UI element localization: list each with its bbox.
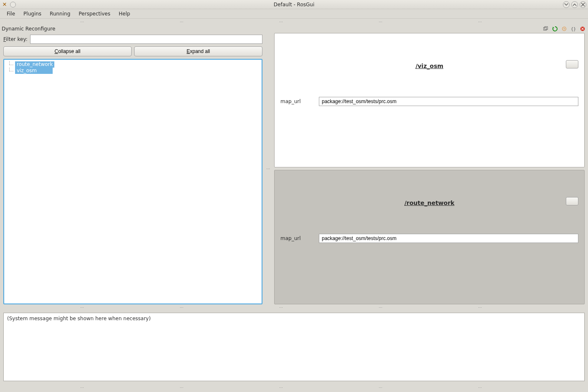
panel-collapse-button[interactable] <box>566 197 578 205</box>
panel-title: /route_network <box>405 200 455 206</box>
app-icon <box>10 2 16 8</box>
window-titlebar: ✕ Default - RosGui <box>0 0 588 9</box>
splitter-middle[interactable]: … … … … … <box>0 304 588 310</box>
param-row: map_url <box>280 97 578 106</box>
param-label: map_url <box>280 235 314 241</box>
map-url-input[interactable] <box>319 97 578 106</box>
filter-row: Filter key: <box>3 33 262 46</box>
map-url-input[interactable] <box>319 234 578 243</box>
node-tree[interactable]: route_network viz_osm <box>3 59 262 304</box>
dock-restore-icon[interactable] <box>542 25 550 33</box>
menu-perspectives[interactable]: Perspectives <box>74 10 115 18</box>
tree-item-viz-osm[interactable]: viz_osm <box>7 68 259 74</box>
left-pane: Filter key: Collapse all Expand all rout… <box>3 33 262 304</box>
minimize-button[interactable] <box>563 1 570 8</box>
main-area: Filter key: Collapse all Expand all rout… <box>0 33 588 304</box>
splitter-vertical[interactable]: ⋮ <box>267 33 270 304</box>
x11-icon: ✕ <box>2 2 8 8</box>
menu-help[interactable]: Help <box>115 10 134 18</box>
menubar: File Plugins Running Perspectives Help <box>0 9 588 19</box>
plugin-close-icon[interactable] <box>579 25 586 33</box>
splitter-bottom[interactable]: … … … … … <box>0 384 588 390</box>
collapse-all-button[interactable]: Collapse all <box>3 46 132 56</box>
panel-viz-osm: /viz_osm map_url <box>274 33 585 167</box>
menu-plugins[interactable]: Plugins <box>19 10 46 18</box>
plugin-title: Dynamic Reconfigure <box>2 26 55 32</box>
reload-icon[interactable] <box>551 25 559 33</box>
svg-rect-0 <box>544 28 547 30</box>
maximize-button[interactable] <box>571 1 578 8</box>
settings-icon[interactable] <box>560 25 568 33</box>
panel-collapse-button[interactable] <box>566 60 578 68</box>
plugin-header: Dynamic Reconfigure {} <box>0 25 588 33</box>
svg-rect-1 <box>545 27 547 30</box>
panel-route-network: /route_network map_url <box>274 170 585 304</box>
svg-point-3 <box>564 28 565 30</box>
undock-icon[interactable]: {} <box>570 25 577 33</box>
filter-label: Filter key: <box>3 36 28 42</box>
expand-all-button[interactable]: Expand all <box>134 46 262 56</box>
window-title: Default - RosGui <box>274 2 314 8</box>
close-button[interactable] <box>580 1 586 8</box>
svg-text:{}: {} <box>571 27 576 31</box>
system-message-box: (System message might be shown here when… <box>3 313 585 381</box>
right-pane: /viz_osm map_url /route_network map_url <box>274 33 585 304</box>
splitter-top[interactable]: … … … … … <box>0 19 588 25</box>
tree-item-route-network[interactable]: route_network <box>7 61 259 68</box>
menu-running[interactable]: Running <box>46 10 74 18</box>
panel-title: /viz_osm <box>415 63 443 69</box>
menu-file[interactable]: File <box>3 10 19 18</box>
param-label: map_url <box>280 99 314 104</box>
param-row: map_url <box>280 234 578 243</box>
filter-input[interactable] <box>30 35 262 44</box>
system-message-text: (System message might be shown here when… <box>7 316 151 321</box>
